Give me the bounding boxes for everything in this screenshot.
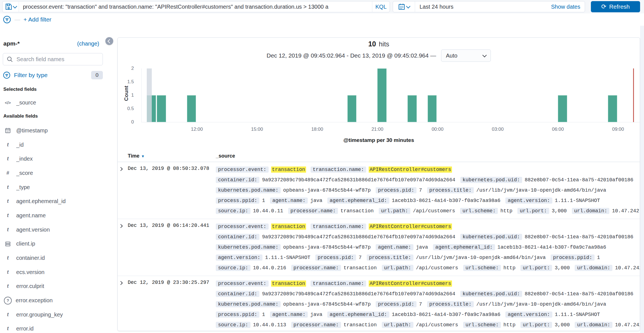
- histogram-chart[interactable]: 12:0015:0018:0021:0000:0003:0006:0009:00: [141, 68, 640, 122]
- refresh-button[interactable]: ⟳ Refresh: [591, 1, 640, 12]
- field-value: 7: [419, 301, 422, 307]
- sidebar-field-_id[interactable]: t_id: [3, 138, 109, 152]
- refresh-label: Refresh: [609, 3, 630, 10]
- source-column-header: _source: [216, 153, 640, 159]
- field-value: http: [503, 265, 515, 271]
- add-filter-link[interactable]: + Add filter: [23, 16, 51, 23]
- sidebar-field-container.id[interactable]: tcontainer.id: [3, 251, 109, 265]
- query-input[interactable]: processor.event: "transaction" and trans…: [19, 1, 372, 12]
- y-axis-tick-label: 2: [131, 66, 134, 71]
- field-value: /usr/lib/jvm/java-10-openjdk-amd64/bin/j…: [476, 301, 606, 307]
- field-value: http: [500, 208, 512, 214]
- source-field-icon: </>: [3, 100, 12, 105]
- field-name-pill: process.ppid:: [551, 254, 594, 261]
- text-field-icon: t: [3, 227, 12, 233]
- sidebar-field-_type[interactable]: t_type: [3, 180, 109, 194]
- histogram-bar[interactable]: [377, 68, 387, 122]
- query-language-button[interactable]: KQL: [372, 1, 390, 12]
- page-scroll-gutter: [640, 26, 644, 333]
- filter-icon[interactable]: [3, 15, 11, 24]
- field-name-pill: agent.ephemeral_id:: [433, 244, 495, 250]
- change-index-link[interactable]: (change): [77, 41, 99, 47]
- field-value: /api/customers: [413, 208, 455, 214]
- query-bar[interactable]: processor.event: "transaction" and trans…: [2, 1, 390, 12]
- table-row: Dec 13, 2019 @ 06:14:20.441processor.eve…: [118, 219, 640, 276]
- field-name-pill: url.path:: [382, 265, 413, 271]
- sidebar-field-agent.name[interactable]: tagent.name: [3, 208, 109, 223]
- histogram-bar[interactable]: [408, 95, 417, 122]
- calendar-icon: [398, 3, 405, 10]
- date-quick-select-button[interactable]: [393, 1, 415, 12]
- highlighted-value: APIRestController#customers: [369, 223, 452, 230]
- source-line: process.ppid:1agent.name:javaagent.ephem…: [216, 309, 640, 320]
- histogram-bar[interactable]: [558, 95, 567, 122]
- field-name-pill: kubernetes.pod.uid:: [460, 177, 522, 183]
- hits-count: 10: [368, 40, 376, 48]
- time-column-header[interactable]: Time▼: [128, 153, 216, 159]
- filter-by-type-link[interactable]: Filter by type: [14, 72, 88, 79]
- collapse-sidebar-button[interactable]: [105, 37, 113, 45]
- field-value: transaction: [344, 265, 377, 271]
- field-label: agent.name: [16, 212, 46, 219]
- sidebar-field-agent.ephemeral_id[interactable]: tagent.ephemeral_id: [3, 194, 109, 208]
- sidebar-field-_score[interactable]: #_score: [3, 166, 109, 180]
- fields-sidebar: apm-* (change) Filter by type 0 Selected…: [0, 26, 112, 333]
- sort-desc-icon[interactable]: ▼: [141, 154, 145, 158]
- index-pattern-name: apm-*: [3, 40, 20, 47]
- date-picker[interactable]: Last 24 hours Show dates: [393, 1, 585, 12]
- histogram-bar[interactable]: [157, 95, 166, 122]
- sidebar-field-client.ip[interactable]: client.ip: [3, 237, 109, 251]
- source-line: source.ip:10.44.0.113processor.name:tran…: [216, 320, 640, 330]
- sidebar-field-error.culprit[interactable]: terror.culprit: [3, 279, 109, 294]
- y-axis-tick-label: 1.5: [127, 79, 134, 85]
- highlighted-value: transaction: [271, 166, 306, 173]
- field-value: 7: [359, 255, 362, 260]
- field-label: container.id: [16, 255, 45, 261]
- row-timestamp: Dec 13, 2019 @ 08:50:32.078: [128, 164, 216, 216]
- field-name-pill: processor.event:: [216, 223, 269, 230]
- hits-label: hits: [379, 40, 389, 48]
- expand-row-button[interactable]: [119, 278, 128, 330]
- sidebar-field-error.exception[interactable]: ?error.exception: [3, 293, 109, 308]
- time-range-value[interactable]: Last 24 hours: [415, 1, 551, 12]
- source-line: processor.event:transactiontransaction.n…: [216, 221, 640, 232]
- chevron-right-icon: [119, 224, 123, 228]
- source-line: source.ip:10.44.0.216processor.name:tran…: [216, 263, 640, 273]
- expand-row-button[interactable]: [119, 164, 128, 216]
- histogram-bar[interactable]: [187, 95, 196, 122]
- field-name-pill: process.title:: [427, 301, 474, 307]
- text-field-icon: t: [3, 326, 12, 332]
- sidebar-field-error.grouping_key[interactable]: terror.grouping_key: [3, 308, 109, 322]
- selected-fields-heading: Selected fields: [3, 87, 37, 92]
- sidebar-field-_source[interactable]: </>_source: [3, 96, 109, 110]
- histogram-bar[interactable]: [428, 95, 437, 122]
- field-name-pill: transaction.name:: [311, 280, 366, 287]
- sidebar-field-agent.version[interactable]: tagent.version: [3, 223, 109, 237]
- histogram-bar[interactable]: [608, 95, 617, 122]
- sidebar-field-error.id[interactable]: terror.id: [3, 322, 109, 333]
- source-line: processor.event:transactiontransaction.n…: [216, 164, 640, 175]
- expand-row-button[interactable]: [119, 221, 128, 273]
- histogram-bar[interactable]: [347, 95, 357, 122]
- row-source: processor.event:transactiontransaction.n…: [216, 221, 640, 273]
- field-name-pill: process.title:: [367, 254, 413, 261]
- sidebar-field-_index[interactable]: t_index: [3, 152, 109, 166]
- histogram-partial-bar[interactable]: [147, 68, 152, 122]
- highlighted-value: APIRestController#customers: [369, 280, 452, 287]
- saved-query-menu-button[interactable]: [3, 1, 19, 12]
- interval-select[interactable]: Auto: [441, 49, 491, 62]
- field-search-box[interactable]: [3, 53, 103, 65]
- sidebar-field-ecs.version[interactable]: tecs.version: [3, 265, 109, 279]
- show-dates-link[interactable]: Show dates: [551, 1, 585, 12]
- field-search-input[interactable]: [16, 56, 99, 63]
- field-name-pill: container.id:: [216, 177, 259, 183]
- source-line: process.ppid:1agent.name:javaagent.ephem…: [216, 195, 640, 206]
- field-label: _score: [16, 170, 33, 176]
- row-source: processor.event:transactiontransaction.n…: [216, 278, 640, 330]
- field-label: ecs.version: [16, 269, 44, 275]
- sidebar-field-@timestamp[interactable]: @timestamp: [3, 123, 109, 138]
- row-timestamp: Dec 12, 2019 @ 23:30:25.297: [128, 278, 216, 330]
- available-fields-heading: Available fields: [3, 113, 38, 119]
- field-label: error.grouping_key: [16, 311, 63, 318]
- field-value: 3,000: [555, 322, 570, 328]
